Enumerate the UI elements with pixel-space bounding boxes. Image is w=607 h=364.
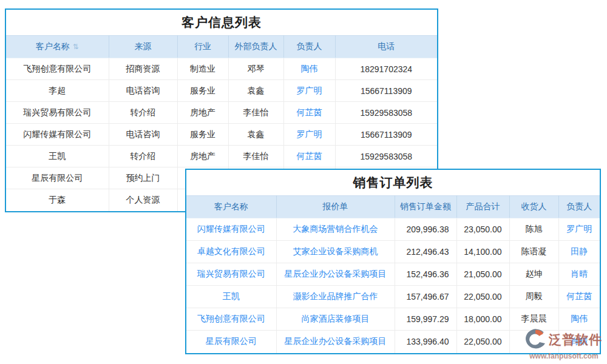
table-row: 卓越文化有限公司 艾家企业设备采购商机 212,496.43 14,100.00… [186, 241, 600, 263]
phone-cell: 15929583058 [335, 102, 437, 124]
customer-link[interactable]: 星辰有限公司 [206, 336, 257, 346]
industry-cell: 制造业 [177, 58, 228, 80]
table-row: 飞翔创意有限公司 招商资源 制造业 邓琴 陶伟 18291702324 [6, 58, 437, 80]
consignee-cell: 陈语凝 [509, 241, 558, 263]
owner-link[interactable]: 罗广明 [297, 129, 322, 139]
quote-link[interactable]: 星辰企业办公设备采购项目 [285, 336, 387, 346]
external-owner-cell: 邓琴 [228, 58, 283, 80]
external-owner-cell: 李佳怡 [228, 146, 283, 167]
owner-cell: 罗广明 [283, 124, 335, 146]
table-row: 王凯 灏影企业品牌推广合作 157,496.67 22,050.00 周毅 何芷… [186, 286, 600, 308]
industry-cell: 房地产 [177, 102, 228, 124]
order-amount-cell: 152,496.36 [395, 263, 456, 286]
customer-link[interactable]: 卓越文化有限公司 [197, 246, 265, 256]
col-header-external-owner: 外部负责人 [228, 36, 283, 58]
consignee-cell [509, 331, 558, 353]
table-row: 王凯 转介绍 房地产 李佳怡 何芷茵 15929583058 [6, 146, 437, 167]
table-row: 闪耀传媒有限公司 大象商场营销合作机会 209,996.38 23,050.00… [186, 218, 600, 241]
source-cell: 电话咨询 [109, 124, 177, 146]
product-total-cell: 22,050.00 [456, 331, 509, 353]
customer-name-cell: 闪耀传媒有限公司 [6, 124, 109, 146]
product-total-cell: 23,050.00 [456, 218, 509, 241]
owner-cell: 何芷茵 [283, 102, 335, 124]
sort-icon[interactable]: ⇅ [73, 42, 79, 51]
col-header-customer-name: 客户名称 [186, 196, 276, 218]
customer-cell: 飞翔创意有限公司 [186, 308, 276, 331]
consignee-cell: 赵坤 [509, 263, 558, 286]
owner-link[interactable]: 田静 [571, 246, 588, 256]
customer-link[interactable]: 飞翔创意有限公司 [197, 314, 265, 323]
product-total-cell: 18,000.00 [456, 308, 509, 331]
owner-cell: 何芷茵 [558, 286, 600, 308]
external-owner-cell: 袁鑫 [228, 80, 283, 102]
owner-link[interactable]: 陶伟 [571, 314, 588, 323]
order-amount-cell: 157,496.67 [395, 286, 456, 308]
owner-link[interactable]: 何芷茵 [297, 151, 322, 161]
customer-table-header-row: 客户名称⇅ 来源 行业 外部负责人 负责人 电话 [6, 36, 437, 58]
industry-cell: 服务业 [177, 124, 228, 146]
customer-link[interactable]: 瑞兴贸易有限公司 [197, 269, 265, 278]
customer-table-title: 客户信息列表 [6, 10, 437, 35]
col-header-owner: 负责人 [558, 196, 600, 218]
owner-link[interactable]: 陶伟 [301, 64, 318, 73]
table-row: 瑞兴贸易有限公司 转介绍 房地产 李佳怡 何芷茵 15929583058 [6, 102, 437, 124]
product-total-cell: 14,100.00 [456, 241, 509, 263]
customer-cell: 瑞兴贸易有限公司 [186, 263, 276, 286]
quote-link[interactable]: 灏影企业品牌推广合作 [293, 291, 378, 301]
quote-cell: 灏影企业品牌推广合作 [276, 286, 395, 308]
source-cell: 个人资源 [109, 189, 177, 211]
customer-link[interactable]: 王凯 [223, 291, 240, 301]
source-cell: 转介绍 [109, 146, 177, 167]
customer-name-cell: 李超 [6, 80, 109, 102]
col-header-consignee: 收货人 [509, 196, 558, 218]
quote-link[interactable]: 星辰企业办公设备采购项目 [285, 269, 387, 278]
customer-link[interactable]: 闪耀传媒有限公司 [197, 224, 265, 234]
source-cell: 电话咨询 [109, 80, 177, 102]
col-header-customer-name-label: 客户名称 [36, 41, 70, 51]
col-header-customer-name[interactable]: 客户名称⇅ [6, 36, 109, 58]
owner-link[interactable]: 罗广明 [297, 86, 322, 95]
col-header-industry: 行业 [177, 36, 228, 58]
industry-cell: 房地产 [177, 146, 228, 167]
external-owner-cell: 李佳怡 [228, 102, 283, 124]
customer-cell: 卓越文化有限公司 [186, 241, 276, 263]
source-cell: 预约上门 [109, 167, 177, 189]
quote-link[interactable]: 大象商场营销合作机会 [293, 224, 378, 234]
order-table-title: 销售订单列表 [186, 170, 600, 195]
customer-cell: 星辰有限公司 [186, 331, 276, 353]
owner-cell: 田静 [558, 241, 600, 263]
product-total-cell: 21,050.00 [456, 263, 509, 286]
customer-name-cell: 星辰有限公司 [6, 167, 109, 189]
quote-cell: 星辰企业办公设备采购项目 [276, 263, 395, 286]
quote-cell: 星辰企业办公设备采购项目 [276, 331, 395, 353]
consignee-cell: 陈旭 [509, 218, 558, 241]
industry-cell: 服务业 [177, 80, 228, 102]
owner-cell: 肖晴 [558, 263, 600, 286]
quote-cell: 艾家企业设备采购商机 [276, 241, 395, 263]
col-header-source: 来源 [109, 36, 177, 58]
customer-name-cell: 飞翔创意有限公司 [6, 58, 109, 80]
owner-link[interactable]: 何芷茵 [297, 107, 322, 117]
table-row: 闪耀传媒有限公司 电话咨询 服务业 袁鑫 罗广明 15667113909 [6, 124, 437, 146]
col-header-quote: 报价单 [276, 196, 395, 218]
phone-cell: 15929583058 [335, 146, 437, 167]
owner-cell: 陶伟 [558, 308, 600, 331]
quote-link[interactable]: 艾家企业设备采购商机 [293, 246, 378, 256]
phone-cell: 15667113909 [335, 124, 437, 146]
owner-link[interactable]: 何芷茵 [566, 291, 592, 301]
consignee-cell: 李晨晨 [509, 308, 558, 331]
quote-link[interactable]: 尚家酒店装修项目 [302, 314, 370, 323]
consignee-cell: 周毅 [509, 286, 558, 308]
quote-cell: 尚家酒店装修项目 [276, 308, 395, 331]
order-table: 客户名称 报价单 销售订单金额 产品合计 收货人 负责人 闪耀传媒有限公司 大象… [186, 195, 600, 353]
table-row: 瑞兴贸易有限公司 星辰企业办公设备采购项目 152,496.36 21,050.… [186, 263, 600, 286]
order-table-header-row: 客户名称 报价单 销售订单金额 产品合计 收货人 负责人 [186, 196, 600, 218]
owner-link[interactable]: 罗广明 [566, 224, 592, 234]
source-cell: 招商资源 [109, 58, 177, 80]
col-header-product-total: 产品合计 [456, 196, 509, 218]
col-header-phone: 电话 [335, 36, 437, 58]
customer-name-cell: 于森 [6, 189, 109, 211]
order-table-card: 销售订单列表 客户名称 报价单 销售订单金额 产品合计 收货人 负责人 闪耀传媒… [185, 169, 601, 354]
owner-link[interactable]: 肖晴 [571, 336, 588, 346]
owner-link[interactable]: 肖晴 [571, 269, 588, 278]
